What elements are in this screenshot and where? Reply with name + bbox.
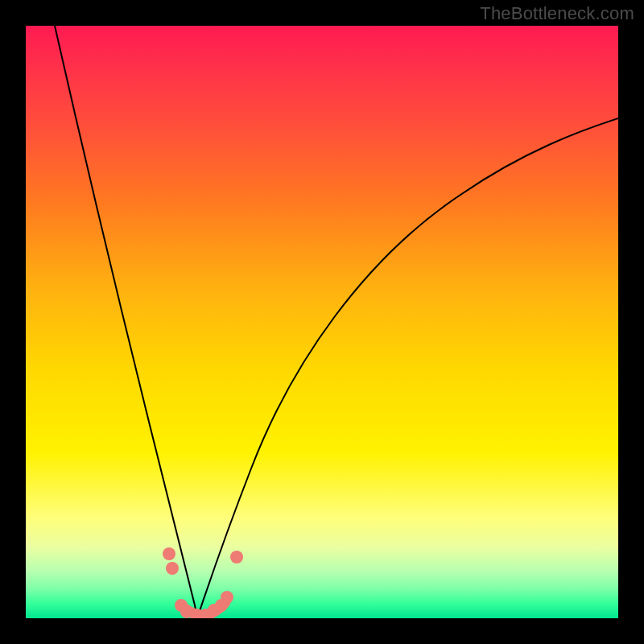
curve-right-branch [197, 118, 618, 618]
chart-frame: TheBottleneck.com [0, 0, 644, 644]
marker-dot [230, 551, 243, 564]
curve-layer [26, 26, 618, 618]
marker-dot [163, 547, 175, 560]
marker-dot [166, 562, 179, 575]
watermark-text: TheBottleneck.com [480, 3, 634, 24]
curve-left-branch [55, 26, 197, 618]
plot-area [26, 26, 618, 618]
marker-dot [221, 591, 233, 604]
